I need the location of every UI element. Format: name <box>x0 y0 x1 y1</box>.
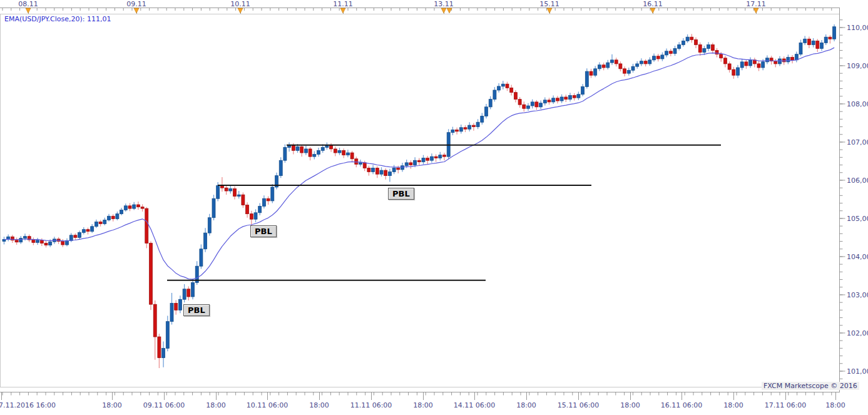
candle-up <box>585 71 588 86</box>
candle-down <box>715 51 718 54</box>
date-marker-triangle-icon <box>134 8 139 13</box>
candle-down <box>774 61 777 64</box>
candle-down <box>720 54 723 58</box>
candle-down <box>745 62 748 66</box>
pbl-label[interactable]: PBL <box>183 304 210 316</box>
candle-down <box>187 289 190 297</box>
candle-down <box>150 243 153 305</box>
date-marker-triangle-icon <box>238 8 243 13</box>
candle-down <box>342 150 345 155</box>
candle-down <box>32 240 35 242</box>
candle-down <box>233 188 237 196</box>
candle-down <box>548 100 551 102</box>
candle-down <box>782 59 785 62</box>
candle-down <box>145 208 148 243</box>
candle-up <box>799 43 802 54</box>
candle-down <box>535 102 538 107</box>
candle-down <box>363 163 366 168</box>
candle-up <box>200 249 203 266</box>
bottom-axis-time-label: 15.11 06:00 <box>558 401 600 409</box>
candle-down <box>136 205 140 207</box>
candle-down <box>74 235 77 238</box>
candle-up <box>812 41 815 44</box>
top-axis-date-label: 09.11 <box>126 0 146 8</box>
date-marker-triangle-icon <box>753 8 758 13</box>
candle-up <box>262 198 265 206</box>
candle-up <box>204 233 207 249</box>
candle-up <box>94 222 98 226</box>
candle-down <box>656 56 660 59</box>
candle-down <box>128 206 131 208</box>
candle-up <box>740 62 743 68</box>
price-axis-label: 103,00 <box>847 291 868 299</box>
candle-up <box>531 102 534 106</box>
candle-up <box>36 240 39 243</box>
candle-up <box>133 205 136 208</box>
price-axis-label: 102,00 <box>847 329 868 337</box>
candle-up <box>765 58 768 62</box>
candle-up <box>527 106 530 108</box>
candle-up <box>451 130 454 132</box>
bottom-axis-time-label: 14.11 06:00 <box>454 401 496 409</box>
candle-up <box>162 348 165 357</box>
price-axis-label: 109,00 <box>847 62 868 70</box>
candle-up <box>493 90 496 100</box>
bottom-axis-time-label: 18:00 <box>516 401 536 409</box>
candle-up <box>183 289 186 299</box>
candle-up <box>237 195 240 196</box>
candle-down <box>40 240 43 243</box>
candle-up <box>581 87 585 95</box>
candle-up <box>258 206 262 212</box>
candle-down <box>443 155 446 156</box>
bottom-axis-time-label: 18:00 <box>413 401 433 409</box>
candle-up <box>459 128 462 131</box>
date-marker-triangle-icon <box>441 8 446 13</box>
candle-down <box>15 240 18 242</box>
bottom-time-axis: 07.11.2016 16:0018:0009.11 06:0018:0010.… <box>0 392 845 410</box>
candle-up <box>787 58 790 62</box>
candle-up <box>707 44 710 48</box>
candle-up <box>703 49 706 53</box>
candle-up <box>422 158 425 162</box>
candle-down <box>514 93 517 100</box>
candle-up <box>296 146 299 150</box>
top-date-axis: 08.1109.1110.1111.1113.1115.1116.1117.11 <box>0 0 840 14</box>
bottom-axis-time-label: 16.11 06:00 <box>661 401 703 409</box>
price-axis-label: 107,00 <box>847 138 868 146</box>
candle-up <box>392 168 396 172</box>
candle-up <box>673 49 677 54</box>
ema-indicator-label: EMA(USD/JPY.Close,20): 111,01 <box>4 15 111 23</box>
candle-down <box>246 205 249 214</box>
pbl-label[interactable]: PBL <box>388 188 414 200</box>
candle-down <box>518 100 521 105</box>
candle-up <box>19 238 23 242</box>
candle-up <box>833 27 836 39</box>
candle-up <box>313 154 316 156</box>
top-axis-date-label: 16.11 <box>643 0 663 8</box>
candle-up <box>120 210 123 214</box>
candlestick-chart-canvas[interactable]: 08.1109.1110.1111.1113.1115.1116.1117.11… <box>0 0 868 415</box>
candle-down <box>434 156 437 158</box>
candle-up <box>170 303 173 321</box>
candle-down <box>367 168 370 172</box>
candle-up <box>116 214 119 219</box>
candle-down <box>564 97 568 100</box>
candle-down <box>523 105 526 108</box>
candle-down <box>175 303 178 310</box>
candle-up <box>82 230 85 233</box>
price-axis-label: 108,00 <box>847 100 868 108</box>
candle-up <box>359 163 362 164</box>
candle-down <box>300 146 304 153</box>
candle-up <box>208 218 211 233</box>
candle-down <box>602 65 605 68</box>
candle-up <box>627 70 630 73</box>
candle-down <box>472 125 475 126</box>
candle-up <box>481 116 484 122</box>
candle-up <box>346 153 349 155</box>
candle-up <box>279 160 282 175</box>
pbl-label[interactable]: PBL <box>250 225 277 237</box>
candle-up <box>24 237 27 238</box>
top-axis-date-label: 13.11 <box>434 0 454 8</box>
bottom-axis-time-label: 09.11 06:00 <box>143 401 185 409</box>
candle-down <box>86 230 89 232</box>
